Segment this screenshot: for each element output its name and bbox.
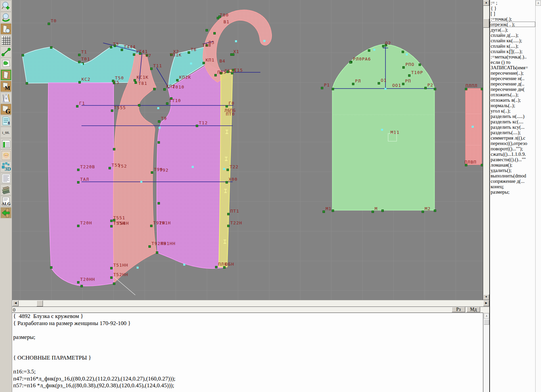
- command-item[interactable]: дуга(...);: [490, 27, 535, 32]
- pattern-label: ПТ1: [230, 209, 239, 213]
- command-item[interactable]: { }: [490, 5, 535, 11]
- command-item[interactable]: пересечение дн(: [490, 87, 535, 92]
- command-item[interactable]: размеры;: [490, 189, 535, 195]
- pattern-m-button[interactable]: M: [0, 81, 11, 92]
- command-scroll-up[interactable]: ∧: [536, 0, 541, 6]
- command-item[interactable]: если () то: [490, 59, 535, 65]
- command-item[interactable]: сплайн кк(.....);: [490, 38, 535, 43]
- command-item[interactable]: := ;: [490, 0, 535, 5]
- command-item[interactable]: сплайн д(....);: [490, 32, 535, 38]
- command-item[interactable]: сплайн к∏(....);: [490, 49, 535, 54]
- toolbar: M A G 8 i_66.: [0, 0, 12, 392]
- image-page-icon: [1, 59, 11, 68]
- command-item[interactable]: отложить(...);: [490, 92, 535, 97]
- coordinate-readout: 0: [13, 307, 16, 313]
- command-item[interactable]: [ ]: [490, 11, 535, 16]
- pattern-label: Т3: [113, 42, 119, 46]
- command-item[interactable]: сплайн к(....);: [490, 43, 535, 49]
- threed-label: 3D: [5, 166, 11, 172]
- command-item[interactable]: отрезок( . );: [490, 22, 535, 27]
- pattern-point: [77, 181, 79, 183]
- pattern-point: [78, 54, 80, 56]
- pattern-point: [381, 210, 384, 212]
- command-item[interactable]: отложить в(..);: [490, 97, 535, 103]
- canvas-hscroll-right[interactable]: ▶: [483, 300, 489, 306]
- command-item[interactable]: выполнить(dmod: [490, 173, 535, 178]
- measure-icon: [1, 47, 11, 57]
- rz-button[interactable]: Рз: [452, 307, 465, 312]
- command-item[interactable]: удалить();: [490, 168, 535, 173]
- command-item[interactable]: разделить н(.....): [490, 114, 535, 119]
- command-item[interactable]: угол к(..);: [490, 108, 535, 114]
- sizes-doc-button[interactable]: 8: [0, 115, 11, 126]
- pattern-label: Т0: [51, 19, 57, 23]
- exit-button[interactable]: [0, 207, 11, 218]
- command-item[interactable]: развести(().()..."": [490, 157, 535, 162]
- command-item[interactable]: нормаль(..);: [490, 103, 535, 108]
- pattern-frame-button[interactable]: [0, 69, 11, 80]
- pattern-point: [110, 220, 113, 222]
- alg-doc-button[interactable]: ALG: [0, 196, 11, 207]
- command-item[interactable]: разделить(....);: [490, 130, 535, 135]
- canvas-vscroll-down[interactable]: ▼: [483, 294, 489, 300]
- command-scrollbar[interactable]: ∧: [535, 0, 541, 392]
- command-item[interactable]: ломаная();: [490, 162, 535, 168]
- code-vscrollbar[interactable]: ∧: [483, 313, 490, 392]
- pattern-point: [158, 141, 160, 144]
- pattern-point: [113, 283, 115, 285]
- command-item[interactable]: сжать(()...1.1.0.9.: [490, 151, 535, 157]
- command-item[interactable]: сопряжение д(...: [490, 178, 535, 184]
- helper-line: [114, 277, 135, 295]
- command-item[interactable]: :=точка(.);: [490, 16, 535, 22]
- text-list-button[interactable]: [0, 173, 11, 184]
- canvas-vscrollbar[interactable]: [483, 0, 489, 300]
- zoom-in-button[interactable]: [0, 0, 11, 11]
- code-editor[interactable]: { 4892 Блузка с кружевом }{ Разработано …: [12, 313, 483, 392]
- md-button[interactable]: Мд: [467, 307, 480, 312]
- i66-button[interactable]: i_66.: [0, 127, 11, 138]
- pattern-label: В1: [224, 20, 230, 24]
- pattern-label: Т1: [81, 50, 87, 54]
- threed-button[interactable]: 3D: [0, 161, 11, 172]
- command-item[interactable]: разделить ксу(...: [490, 124, 535, 130]
- zoom-out-button[interactable]: [0, 12, 11, 23]
- command-item[interactable]: поворот(()..."");: [490, 146, 535, 151]
- command-item[interactable]: разделить кс(....: [490, 119, 535, 124]
- pattern-point: [203, 62, 205, 64]
- canvas-hscroll-thumb[interactable]: [37, 300, 43, 307]
- pattern-point: [150, 68, 152, 70]
- pattern-point: [227, 225, 230, 227]
- code-scroll-thumb[interactable]: [484, 319, 489, 325]
- command-item[interactable]: пересечение д(..: [490, 81, 535, 87]
- command-item[interactable]: пересечение(..);: [490, 70, 535, 76]
- canvas-vscroll-up[interactable]: ▲: [483, 0, 489, 6]
- command-panel: := ;{ }[ ]:=точка(.);отрезок( . );дуга(.…: [489, 0, 535, 392]
- measure-button[interactable]: [0, 46, 11, 57]
- command-item[interactable]: конец;: [490, 184, 535, 189]
- books-button[interactable]: [0, 184, 11, 195]
- pattern-point: [402, 66, 405, 69]
- code-line: { 4892 Блузка с кружевом }: [12, 313, 483, 320]
- pattern-g-button[interactable]: G: [0, 104, 11, 115]
- drafting-button[interactable]: A: [0, 92, 11, 103]
- command-item[interactable]: симметрия л((),с: [490, 135, 535, 141]
- canvas-hscrollbar[interactable]: [12, 300, 489, 307]
- command-item[interactable]: :=метка(точка(.)..: [490, 54, 535, 59]
- code-line: п47:=п16*л_фнк(рз_16,((80,0.22),(112,0.2…: [12, 375, 483, 383]
- selection-point: [263, 40, 265, 42]
- drawing-canvas[interactable]: Т0Т1Т01Т3Т444ХТ41Т7КС2Т50Т5КС1КТ81Т11Х2Т…: [12, 0, 483, 300]
- code-scroll-up[interactable]: ∧: [484, 313, 489, 319]
- size-table-button[interactable]: [0, 138, 11, 149]
- command-item[interactable]: перенос((),отрезо: [490, 141, 535, 146]
- image-page-button[interactable]: [0, 58, 11, 69]
- command-item[interactable]: ЗАПИСАТЬ(имя=: [490, 65, 535, 70]
- pattern-point: [78, 81, 81, 83]
- canvas-vscroll-thumb[interactable]: [483, 19, 489, 28]
- grid-button[interactable]: [0, 35, 11, 46]
- photo-button[interactable]: [0, 150, 11, 161]
- pattern-label: Р1: [324, 83, 330, 87]
- command-item[interactable]: пересечение н(..: [490, 76, 535, 81]
- pattern-preview-button[interactable]: [0, 23, 11, 34]
- canvas-hscroll-left[interactable]: ◀: [13, 300, 19, 306]
- selection-point: [140, 181, 142, 183]
